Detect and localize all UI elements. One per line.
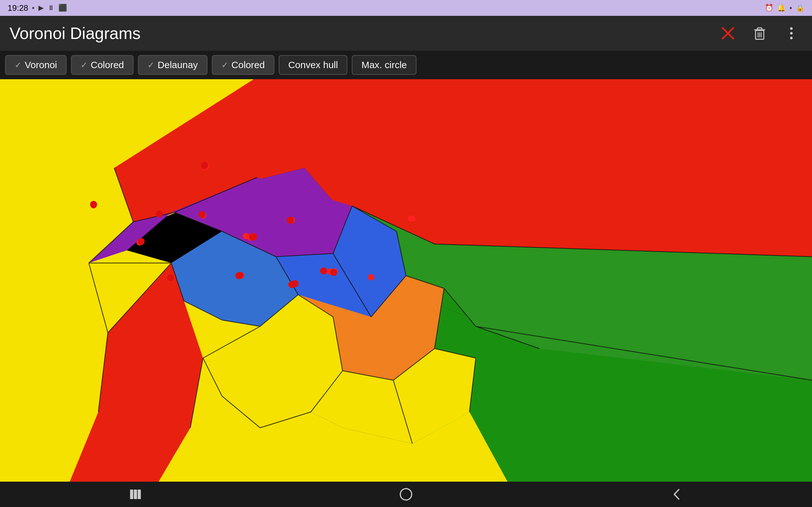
status-icon-3: ⏸ xyxy=(48,4,55,12)
colored2-toggle[interactable]: ✓ Colored xyxy=(212,55,274,75)
toolbar: ✓ Voronoi ✓ Colored ✓ Delaunay ✓ Colored… xyxy=(0,51,812,79)
svg-point-103 xyxy=(288,281,295,288)
app-bar: Voronoi Diagrams xyxy=(0,16,812,51)
trash-icon xyxy=(752,25,768,41)
svg-point-9 xyxy=(790,32,793,35)
voronoi-label: Voronoi xyxy=(25,60,57,70)
more-icon xyxy=(783,25,799,41)
svg-point-81 xyxy=(243,233,249,239)
maxcircle-label: Max. circle xyxy=(361,60,407,70)
svg-point-92 xyxy=(201,162,208,169)
svg-point-90 xyxy=(138,238,145,245)
svg-point-8 xyxy=(790,27,793,30)
svg-point-100 xyxy=(237,272,244,279)
svg-rect-104 xyxy=(130,490,133,499)
svg-point-95 xyxy=(330,269,337,276)
maxcircle-toggle[interactable]: Max. circle xyxy=(352,55,416,75)
convexhull-label: Convex hull xyxy=(288,60,338,70)
svg-point-101 xyxy=(320,268,327,274)
colored1-check: ✓ xyxy=(81,60,88,70)
back-icon xyxy=(669,487,684,502)
svg-point-98 xyxy=(250,233,257,240)
svg-point-88 xyxy=(408,216,414,222)
convexhull-toggle[interactable]: Convex hull xyxy=(279,55,348,75)
svg-point-97 xyxy=(287,217,294,224)
svg-point-99 xyxy=(167,274,174,281)
status-bar-right: ⏰ 🔔 ▪ 🔒 xyxy=(765,4,804,12)
delete-button[interactable] xyxy=(749,22,771,44)
svg-rect-4 xyxy=(757,28,762,31)
home-button[interactable] xyxy=(379,483,433,505)
delaunay-check: ✓ xyxy=(148,60,154,70)
svg-point-91 xyxy=(156,210,163,217)
more-options-button[interactable] xyxy=(780,22,803,44)
voronoi-main-svg[interactable] xyxy=(0,79,812,482)
back-button[interactable] xyxy=(650,483,704,505)
wifi-icon: 🔒 xyxy=(796,4,804,12)
colored2-label: Colored xyxy=(232,60,265,70)
svg-rect-105 xyxy=(134,490,137,499)
voronoi-toggle[interactable]: ✓ Voronoi xyxy=(5,55,67,75)
close-icon xyxy=(720,25,736,41)
status-time: 19:28 xyxy=(8,3,28,13)
alarm-icon: 🔔 xyxy=(777,4,786,12)
recents-button[interactable] xyxy=(108,483,162,505)
svg-point-76 xyxy=(368,274,374,280)
svg-point-93 xyxy=(199,211,206,218)
voronoi-check: ✓ xyxy=(14,60,21,70)
app-bar-actions xyxy=(717,22,803,44)
delaunay-label: Delaunay xyxy=(158,60,198,70)
svg-point-89 xyxy=(90,201,97,208)
svg-rect-106 xyxy=(138,490,141,499)
status-bar-left: 19:28 ▪ ▶ ⏸ ⬛ xyxy=(8,3,67,13)
recents-icon xyxy=(128,487,143,502)
home-icon xyxy=(398,487,414,502)
svg-point-107 xyxy=(400,489,412,500)
colored1-label: Colored xyxy=(91,60,124,70)
status-icon-1: ▪ xyxy=(32,4,35,12)
bottom-nav xyxy=(0,482,812,507)
signal-icon: ▪ xyxy=(790,4,792,12)
svg-point-10 xyxy=(790,37,793,39)
colored2-check: ✓ xyxy=(221,60,229,70)
delaunay-toggle[interactable]: ✓ Delaunay xyxy=(138,55,207,75)
battery-icon: ⏰ xyxy=(765,4,773,12)
status-bar: 19:28 ▪ ▶ ⏸ ⬛ ⏰ 🔔 ▪ 🔒 xyxy=(0,0,812,16)
status-icon-2: ▶ xyxy=(38,4,44,12)
voronoi-canvas[interactable] xyxy=(0,79,812,482)
colored1-toggle[interactable]: ✓ Colored xyxy=(71,55,134,75)
app-title: Voronoi Diagrams xyxy=(9,24,141,43)
close-button[interactable] xyxy=(717,22,739,44)
status-icon-4: ⬛ xyxy=(58,4,67,12)
